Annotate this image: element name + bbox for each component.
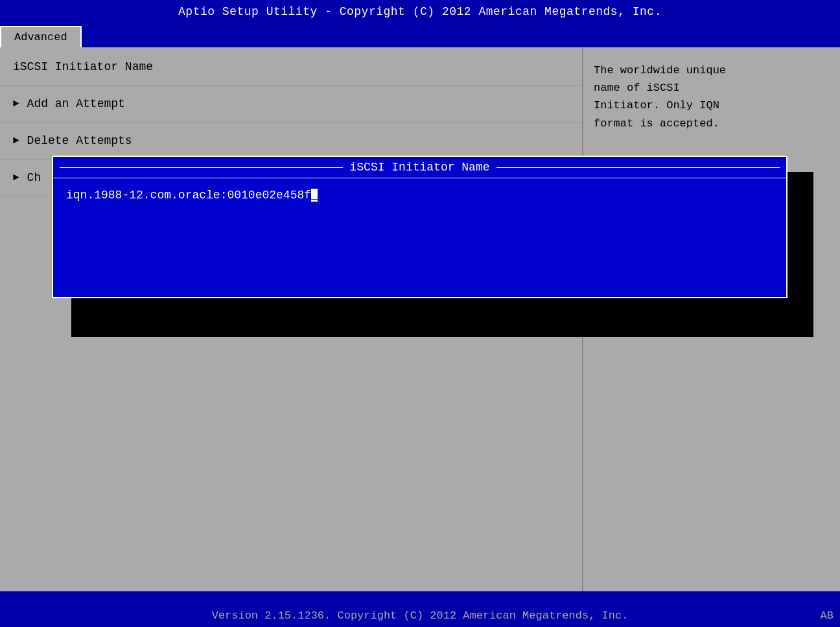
add-attempt-item[interactable]: ► Add an Attempt <box>0 86 582 123</box>
header-bar: Aptio Setup Utility - Copyright (C) 2012… <box>0 0 840 23</box>
modal-value: iqn.1988-12.com.oracle:0010e02e458f <box>66 189 311 202</box>
modal-cursor: _ <box>311 189 318 202</box>
iscsi-initiator-name-label: iSCSI Initiator Name <box>13 60 153 73</box>
delete-attempts-item[interactable]: ► Delete Attempts <box>0 123 582 160</box>
arrow-icon-add: ► <box>13 98 19 110</box>
header-title: Aptio Setup Utility - Copyright (C) 2012… <box>178 5 662 18</box>
footer-bar: Version 2.15.1236. Copyright (C) 2012 Am… <box>0 604 840 627</box>
arrow-icon-delete: ► <box>13 135 19 147</box>
modal-dialog[interactable]: iSCSI Initiator Name iqn.1988-12.com.ora… <box>52 156 788 298</box>
footer-text: Version 2.15.1236. Copyright (C) 2012 Am… <box>212 609 629 622</box>
iscsi-initiator-name-item[interactable]: iSCSI Initiator Name <box>0 49 582 86</box>
tab-bar: Advanced <box>0 23 840 49</box>
modal-input-area[interactable]: iqn.1988-12.com.oracle:0010e02e458f_ <box>53 178 786 212</box>
help-text: The worldwide unique name of iSCSI Initi… <box>594 62 830 132</box>
arrow-icon-ch: ► <box>13 172 19 183</box>
delete-attempts-label: Delete Attempts <box>27 134 132 147</box>
modal-title-bar: iSCSI Initiator Name <box>53 157 786 178</box>
ch-label: Ch <box>27 171 41 184</box>
modal-title: iSCSI Initiator Name <box>349 161 489 174</box>
add-attempt-label: Add an Attempt <box>27 97 125 110</box>
footer-ab-label: AB <box>821 609 834 622</box>
tab-advanced[interactable]: Advanced <box>0 26 82 47</box>
